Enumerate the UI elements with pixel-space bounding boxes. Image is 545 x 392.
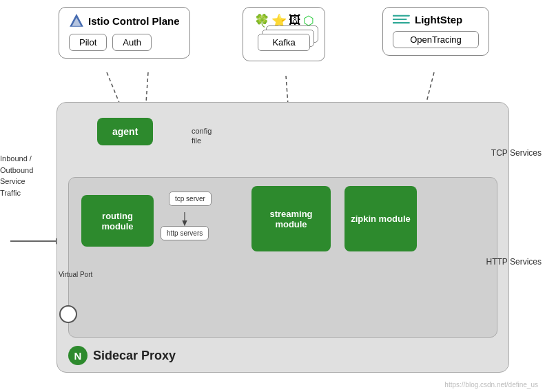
watermark: https://blog.csdn.net/define_us bbox=[444, 381, 538, 389]
istio-title: Istio Control Plane bbox=[88, 15, 180, 27]
istio-control-plane-box: Istio Control Plane Pilot Auth bbox=[59, 7, 190, 59]
istio-header: Istio Control Plane bbox=[69, 13, 180, 28]
sidecar-proxy-box: agent configfile routing module tcp serv… bbox=[56, 102, 509, 373]
zipkin-module-box: zipkin module bbox=[345, 186, 417, 251]
opentracing-box: OpenTracing bbox=[393, 31, 479, 48]
inbound-outbound-label: Inbound /OutboundServiceTraffic bbox=[0, 153, 33, 198]
http-servers-box: http servers bbox=[161, 226, 209, 240]
lightstep-icon bbox=[393, 13, 411, 25]
kafka-box: 🍀⭐🖼⬡ Kafka bbox=[243, 7, 325, 61]
virtual-port-circle bbox=[59, 305, 77, 323]
sidecar-proxy-text: Sidecar Proxy bbox=[93, 349, 176, 363]
lightstep-title: LightStep bbox=[415, 14, 462, 25]
lightstep-header: LightStep bbox=[393, 13, 479, 25]
agent-box: agent bbox=[97, 118, 153, 145]
routing-module-box: routing module bbox=[81, 195, 154, 247]
tcp-server-box: tcp server bbox=[169, 192, 212, 206]
config-file-label: configfile bbox=[192, 126, 212, 146]
istio-icon bbox=[69, 13, 84, 28]
tcp-services-label: TCP Services bbox=[491, 148, 542, 158]
auth-box: Auth bbox=[112, 34, 152, 51]
diagram: Istio Control Plane Pilot Auth 🍀⭐🖼⬡ Kafk… bbox=[0, 0, 545, 392]
sidecar-proxy-label: N Sidecar Proxy bbox=[68, 346, 176, 365]
kafka-stacked: Kafka bbox=[258, 34, 309, 51]
nginx-icon: N bbox=[68, 346, 88, 365]
virtual-port-label: Virtual Port bbox=[59, 271, 92, 278]
istio-components: Pilot Auth bbox=[69, 34, 180, 51]
streaming-module-box: streaming module bbox=[251, 186, 331, 251]
http-services-label: HTTP Services bbox=[486, 257, 542, 267]
kafka-label: Kafka bbox=[258, 34, 309, 51]
lightstep-box: LightStep OpenTracing bbox=[382, 7, 489, 56]
pilot-box: Pilot bbox=[69, 34, 107, 51]
proxy-inner-box: routing module tcp server http servers bbox=[68, 177, 497, 338]
